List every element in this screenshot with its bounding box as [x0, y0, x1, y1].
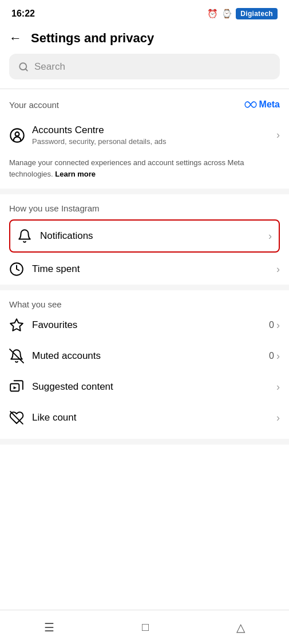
search-bar[interactable]: Search: [9, 54, 280, 79]
favourites-content: Favourites: [32, 319, 269, 331]
bottom-nav: ☰ □ △: [0, 610, 289, 644]
favourites-right: 0 ›: [269, 319, 280, 331]
notifications-title: Notifications: [40, 230, 268, 242]
how-you-use-section: How you use Instagram Notifications ›: [0, 194, 289, 285]
muted-accounts-title: Muted accounts: [32, 350, 269, 362]
svg-marker-5: [10, 319, 23, 331]
suggested-content-title: Suggested content: [32, 381, 276, 393]
time-spent-chevron: ›: [276, 263, 280, 275]
like-count-chevron: ›: [276, 412, 280, 424]
muted-accounts-content: Muted accounts: [32, 350, 269, 362]
notifications-content: Notifications: [40, 230, 268, 242]
what-you-see-section: What you see Favourites 0 › Muted accoun…: [0, 290, 289, 433]
muted-accounts-count: 0: [269, 351, 274, 361]
like-count-icon: [9, 410, 32, 425]
search-placeholder: Search: [34, 61, 65, 73]
svg-line-6: [10, 349, 23, 363]
favourites-chevron: ›: [276, 319, 280, 331]
time-spent-title: Time spent: [32, 263, 276, 275]
accounts-note: Manage your connected experiences and ac…: [9, 154, 280, 185]
notifications-chevron: ›: [268, 230, 272, 242]
section-gap-3: [0, 439, 289, 445]
time-spent-right: ›: [276, 263, 280, 275]
favourites-icon: [9, 318, 32, 333]
status-time: 16:22: [11, 9, 35, 19]
meta-logo: Meta: [244, 99, 280, 110]
time-spent-icon: [9, 262, 32, 277]
accounts-centre-title: Accounts Centre: [32, 125, 276, 136]
muted-accounts-chevron: ›: [276, 350, 280, 362]
your-account-label: Your account: [9, 100, 59, 110]
favourites-title: Favourites: [32, 319, 269, 331]
meta-logo-icon: [244, 101, 257, 109]
suggested-content-content: Suggested content: [32, 381, 276, 393]
your-account-header: Your account Meta: [9, 99, 280, 110]
accounts-centre-subtitle: Password, security, personal details, ad…: [32, 137, 276, 146]
nav-back-icon[interactable]: △: [236, 621, 245, 634]
suggested-content-right: ›: [276, 381, 280, 393]
svg-marker-8: [14, 386, 17, 389]
status-icons: ⏰ ⌚ Digiatech: [207, 8, 278, 19]
time-spent-item[interactable]: Time spent ›: [9, 254, 280, 285]
suggested-content-chevron: ›: [276, 381, 280, 393]
muted-accounts-right: 0 ›: [269, 350, 280, 362]
time-spent-content: Time spent: [32, 263, 276, 275]
search-container: Search: [9, 54, 280, 79]
section-gap-2: [0, 285, 289, 290]
muted-accounts-item[interactable]: Muted accounts 0 ›: [9, 341, 280, 371]
header: ← Settings and privacy: [0, 25, 289, 54]
like-count-right: ›: [276, 412, 280, 424]
accounts-centre-content: Accounts Centre Password, security, pers…: [32, 125, 276, 146]
suggested-content-item[interactable]: Suggested content ›: [9, 371, 280, 402]
accounts-centre-right: ›: [276, 129, 280, 141]
svg-point-2: [10, 129, 23, 142]
like-count-item[interactable]: Like count ›: [9, 402, 280, 433]
bluetooth-icon: ⌚: [221, 9, 232, 19]
back-button[interactable]: ←: [9, 31, 22, 46]
like-count-content: Like count: [32, 412, 276, 423]
page-title: Settings and privacy: [31, 31, 154, 46]
section-gap-1: [0, 189, 289, 194]
notifications-icon: [17, 229, 40, 243]
meta-label: Meta: [259, 99, 280, 110]
favourites-count: 0: [269, 320, 274, 330]
search-icon: [18, 61, 29, 73]
nav-home-icon[interactable]: □: [142, 621, 149, 634]
svg-line-1: [25, 69, 27, 71]
digiatech-badge: Digiatech: [236, 8, 278, 19]
accounts-centre-item[interactable]: Accounts Centre Password, security, pers…: [9, 117, 280, 154]
notifications-right: ›: [268, 230, 272, 242]
muted-accounts-icon: [9, 349, 32, 363]
accounts-centre-chevron: ›: [276, 129, 280, 141]
nav-menu-icon[interactable]: ☰: [44, 621, 54, 634]
notifications-item[interactable]: Notifications ›: [9, 219, 280, 253]
what-you-see-label: What you see: [9, 299, 62, 309]
svg-point-3: [15, 132, 19, 136]
learn-more-link[interactable]: Learn more: [55, 170, 96, 178]
how-you-use-label: How you use Instagram: [9, 203, 100, 213]
alarm-icon: ⏰: [207, 9, 218, 19]
suggested-content-icon: [9, 379, 32, 394]
favourites-item[interactable]: Favourites 0 ›: [9, 310, 280, 341]
accounts-centre-icon: [9, 127, 32, 143]
your-account-section: Your account Meta Accounts Centre Passwo…: [0, 89, 289, 189]
like-count-title: Like count: [32, 412, 276, 423]
status-bar: 16:22 ⏰ ⌚ Digiatech: [0, 0, 289, 25]
